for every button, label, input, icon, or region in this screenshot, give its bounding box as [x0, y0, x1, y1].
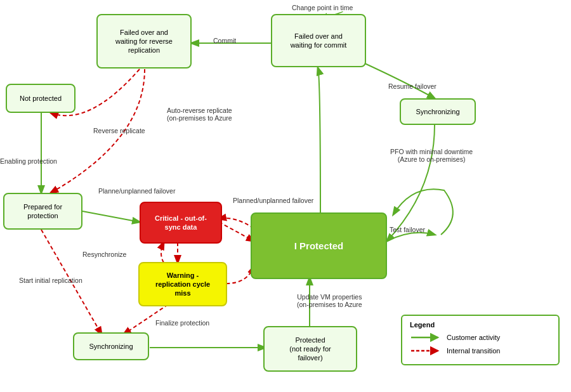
not-protected-node: Not protected [6, 84, 75, 113]
synchronizing-top-node: Synchronizing [400, 98, 476, 125]
update-vm-label: Update VM properties(on-premises to Azur… [297, 293, 362, 308]
legend-title: Legend [410, 321, 551, 329]
failed-over-reverse-node: Failed over andwaiting for reversereplic… [96, 14, 192, 69]
legend-box: Legend Customer activity [401, 315, 560, 365]
resume-failover-label: Resume failover [388, 82, 436, 90]
protected-node: I Protected [251, 212, 387, 279]
diagram-container: Not protected Prepared forprotection Fai… [0, 0, 571, 392]
legend-customer-activity: Customer activity [410, 332, 551, 343]
resynchronize-label: Resynchronize [82, 251, 126, 258]
legend-internal-transition: Internal transition [410, 346, 551, 356]
commit-label: Commit [213, 37, 236, 44]
prepared-for-protection-node: Prepared forprotection [3, 193, 82, 230]
auto-reverse-label: Auto-reverse replicate(on-premises to Az… [167, 107, 232, 122]
pfo-minimal-label: PFO with minimal downtime(Azure to on-pr… [390, 148, 473, 163]
change-point-label: Change point in time [292, 4, 353, 11]
svg-line-5 [219, 222, 254, 241]
test-failover-label: Test failover [390, 226, 425, 233]
reverse-replicate-label: Reverse replicate [93, 127, 145, 134]
protected-not-ready-node: Protected(not ready forfailover) [263, 326, 357, 372]
planne-unplanned-label: Planne/unplanned failover [98, 187, 175, 195]
failed-over-commit-node: Failed over andwaiting for commit [271, 14, 366, 67]
critical-out-of-sync-node: Critical - out-of-sync data [140, 202, 222, 244]
svg-line-4 [82, 211, 140, 222]
start-initial-label: Start initial replication [19, 277, 82, 284]
warning-replication-node: Warning -replication cyclemiss [138, 262, 227, 306]
synchronizing-bottom-node: Synchronizing [73, 332, 149, 360]
finalize-protection-label: Finalize protection [155, 319, 209, 327]
enabling-protection-label: Enabling protection [0, 157, 57, 165]
planned-unplanned-label: Planned/unplanned failover [233, 197, 313, 204]
